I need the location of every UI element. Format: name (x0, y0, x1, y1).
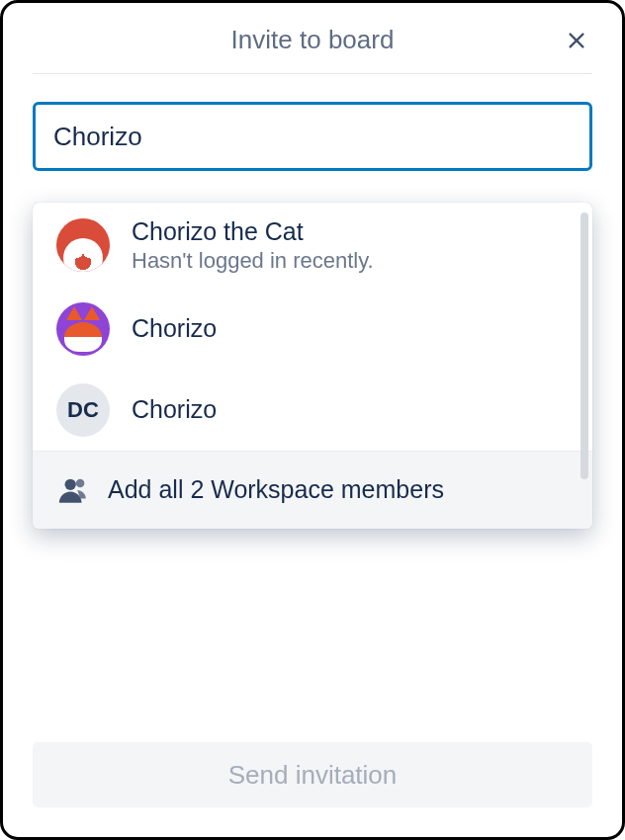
search-dropdown: Chorizo the Cat Hasn't logged in recentl… (33, 203, 592, 529)
group-icon (56, 473, 90, 507)
result-text: Chorizo the Cat Hasn't logged in recentl… (132, 216, 374, 275)
result-text: Chorizo (132, 313, 217, 344)
result-meta: Hasn't logged in recently. (132, 247, 374, 275)
result-name: Chorizo the Cat (132, 216, 374, 247)
result-text: Chorizo (132, 394, 217, 425)
search-result-item[interactable]: Chorizo (33, 289, 592, 370)
avatar: DC (56, 383, 110, 437)
search-result-item[interactable]: DC Chorizo (33, 370, 592, 451)
avatar-initials: DC (67, 397, 99, 423)
avatar (56, 218, 110, 272)
send-invitation-button[interactable]: Send invitation (33, 742, 592, 807)
modal-header: Invite to board (33, 25, 592, 74)
avatar (56, 302, 110, 356)
close-button[interactable] (561, 25, 592, 56)
scrollbar[interactable] (580, 212, 588, 479)
invite-modal: Invite to board Chorizo the Cat Hasn't l… (0, 0, 625, 840)
svg-point-3 (76, 478, 85, 487)
search-result-item[interactable]: Chorizo the Cat Hasn't logged in recentl… (33, 203, 592, 289)
search-input[interactable] (33, 102, 592, 171)
svg-point-2 (65, 478, 76, 489)
close-icon (566, 30, 587, 51)
add-all-members[interactable]: Add all 2 Workspace members (33, 451, 592, 529)
add-all-label: Add all 2 Workspace members (108, 475, 444, 504)
result-name: Chorizo (132, 394, 217, 425)
result-name: Chorizo (132, 313, 217, 344)
modal-title: Invite to board (231, 25, 395, 55)
